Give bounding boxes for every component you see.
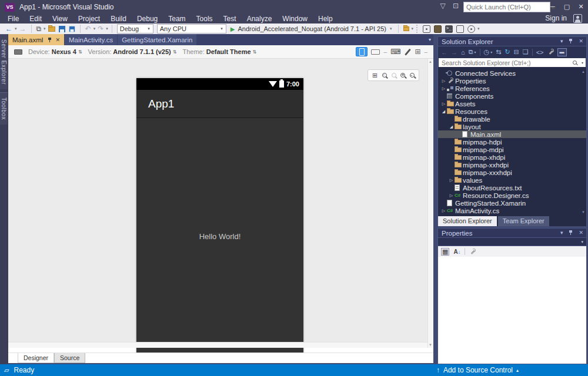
expander-icon[interactable]: ▷	[440, 79, 447, 83]
tree-item-mainactivity-cs[interactable]: ▷C#MainActivity.cs	[438, 207, 586, 214]
side-tab-server-explorer[interactable]: Server Explorer	[0, 34, 8, 89]
android-adb-console-icon[interactable]	[445, 25, 453, 33]
se-back-icon[interactable]: ←	[441, 49, 447, 56]
menu-test[interactable]: Test	[218, 14, 242, 24]
tree-item-components[interactable]: Components	[438, 92, 586, 100]
tab-list-dropdown-icon[interactable]: ▾	[429, 37, 431, 42]
pending-changes-filter-icon[interactable]: ◷	[484, 48, 490, 56]
close-button[interactable]: ✕	[574, 0, 588, 13]
pin-icon[interactable]	[568, 230, 573, 236]
hardware-keyboard-icon[interactable]: ⌨	[390, 48, 400, 56]
expander-icon[interactable]: ▷	[448, 193, 455, 198]
menu-team[interactable]: Team	[163, 14, 191, 24]
doc-tab-mainactivity-cs[interactable]: MainActivity.cs	[65, 34, 117, 45]
navigate-forward-icon[interactable]: →	[18, 24, 28, 33]
tree-item-mipmap-xxhdpi[interactable]: mipmap-xxhdpi	[438, 161, 586, 169]
tree-item-drawable[interactable]: drawable	[438, 115, 586, 123]
android-device-manager-icon[interactable]	[423, 25, 430, 33]
tree-item-connected-services[interactable]: Connected Services	[438, 69, 586, 77]
sync-with-active-document-icon[interactable]: ⇆	[496, 48, 501, 56]
device-updown-icon[interactable]: ⇅	[78, 49, 82, 55]
tree-scroll-up-icon[interactable]: ▲	[582, 70, 585, 73]
properties-wrench-icon[interactable]	[547, 49, 554, 55]
pin-icon[interactable]	[47, 37, 52, 43]
minimize-button[interactable]: ─	[546, 0, 560, 13]
menu-window[interactable]: Window	[277, 14, 313, 24]
device-selector[interactable]: Nexus 4	[52, 48, 76, 55]
alphabetical-sort-icon[interactable]: A↓	[453, 249, 460, 255]
window-position-dropdown-icon[interactable]: ▾	[560, 38, 563, 44]
menu-tools[interactable]: Tools	[191, 14, 218, 24]
tree-item-values[interactable]: ▷values	[438, 176, 586, 184]
add-to-source-control-button[interactable]: ↑ Add to Source Control ▴	[436, 366, 519, 374]
view-tab-designer[interactable]: Designer	[18, 353, 54, 363]
expander-icon[interactable]: ◢	[448, 125, 455, 129]
configuration-combobox[interactable]: Debug ▾	[117, 24, 153, 33]
tree-item-mipmap-hdpi[interactable]: mipmap-hdpi	[438, 138, 586, 146]
collapse-all-icon[interactable]: ⊟	[514, 48, 519, 56]
landscape-orientation-button[interactable]	[371, 49, 380, 55]
notifications-filter-icon[interactable]: ▽	[437, 2, 448, 10]
grid-toggle-icon[interactable]: ⊞	[415, 48, 420, 56]
properties-object-combobox[interactable]: ▾	[437, 238, 587, 246]
zoom-actual-size-icon[interactable]: ▫	[382, 73, 387, 78]
user-avatar-icon[interactable]	[573, 14, 582, 23]
sign-in-link[interactable]: Sign in	[545, 14, 567, 22]
scroll-down-icon[interactable]: ▼	[429, 343, 432, 347]
version-selector[interactable]: Android 7.1.1 (v25)	[113, 48, 171, 55]
canvas-vertical-scrollbar[interactable]: ▲ ▼	[427, 59, 433, 348]
expander-icon[interactable]: ▷	[440, 209, 447, 213]
panel-tab-solution-explorer[interactable]: Solution Explorer	[438, 216, 497, 226]
start-debugging-button[interactable]: ▶ Android_Accelerated_Nougat (Android 7.…	[228, 25, 395, 32]
tree-item-main-axml[interactable]: Main.axml	[438, 130, 586, 138]
send-feedback-icon[interactable]: ⊡	[450, 2, 461, 10]
hello-world-text[interactable]: Hello World!	[136, 232, 303, 241]
android-emulator-manager-icon[interactable]	[467, 25, 475, 33]
tree-scroll-down-icon[interactable]: ▼	[582, 210, 585, 214]
switch-views-dropdown-icon[interactable]: ▾	[475, 50, 476, 54]
expander-icon[interactable]: ▷	[448, 178, 455, 183]
search-dropdown-icon[interactable]: ▾	[582, 61, 583, 65]
solution-explorer-search[interactable]: ▾	[437, 58, 587, 68]
scroll-up-icon[interactable]: ▲	[429, 60, 432, 63]
tree-item-references[interactable]: ▷References	[438, 85, 586, 92]
quick-launch-input[interactable]	[464, 4, 552, 11]
tree-item-layout[interactable]: ◢layout	[438, 123, 586, 130]
tree-item-properties[interactable]: ▷Properties	[438, 77, 586, 85]
menu-analyze[interactable]: Analyze	[242, 14, 278, 24]
zoom-out-icon[interactable]: -	[410, 73, 415, 78]
save-icon[interactable]	[59, 26, 65, 32]
toolbar-overflow-icon[interactable]: ▾	[411, 26, 415, 31]
doc-tab-gettingstarted-xamarin[interactable]: GettingStarted.Xamarin	[118, 34, 196, 45]
theme-selector[interactable]: Default Theme	[206, 48, 251, 55]
undo-icon[interactable]: ↶	[83, 24, 93, 33]
attach-tool-icon[interactable]	[403, 26, 409, 31]
open-file-icon[interactable]	[48, 26, 55, 32]
se-forward-icon[interactable]: →	[451, 49, 457, 56]
quick-launch-box[interactable]	[463, 2, 550, 12]
menu-project[interactable]: Project	[73, 14, 105, 24]
redo-dropdown-icon[interactable]: ▾	[105, 26, 109, 31]
solution-explorer-search-input[interactable]	[439, 59, 573, 66]
window-position-dropdown-icon[interactable]: ▾	[560, 230, 563, 236]
new-project-icon[interactable]: ⧉	[35, 24, 44, 33]
new-project-dropdown-icon[interactable]: ▾	[43, 26, 46, 31]
switch-views-icon[interactable]: ⧉	[469, 48, 473, 56]
menu-help[interactable]: Help	[313, 14, 338, 24]
menu-build[interactable]: Build	[105, 14, 132, 24]
zoom-in-icon[interactable]: +	[400, 73, 405, 78]
menu-view[interactable]: View	[47, 14, 73, 24]
close-panel-icon[interactable]: ✕	[579, 230, 583, 236]
canvas-horizontal-scrollbar[interactable]	[8, 342, 427, 348]
expander-icon[interactable]: ▷	[440, 86, 447, 91]
panel-tab-team-explorer[interactable]: Team Explorer	[498, 216, 549, 226]
solution-explorer-header[interactable]: Solution Explorer ▾ ✕	[437, 36, 587, 46]
tree-item-resource-designer-cs[interactable]: ▷C#Resource.Designer.cs	[438, 192, 586, 199]
orientation-more-icon[interactable]: –	[383, 49, 387, 55]
redo-icon[interactable]: ↷	[96, 24, 105, 33]
tree-item-resources[interactable]: ◢Resources	[438, 108, 586, 115]
portrait-orientation-button[interactable]	[356, 47, 368, 56]
side-tab-toolbox[interactable]: Toolbox	[0, 92, 8, 125]
show-all-files-icon[interactable]: ❏	[523, 48, 529, 56]
filter-dropdown-icon[interactable]: ▾	[490, 50, 492, 54]
